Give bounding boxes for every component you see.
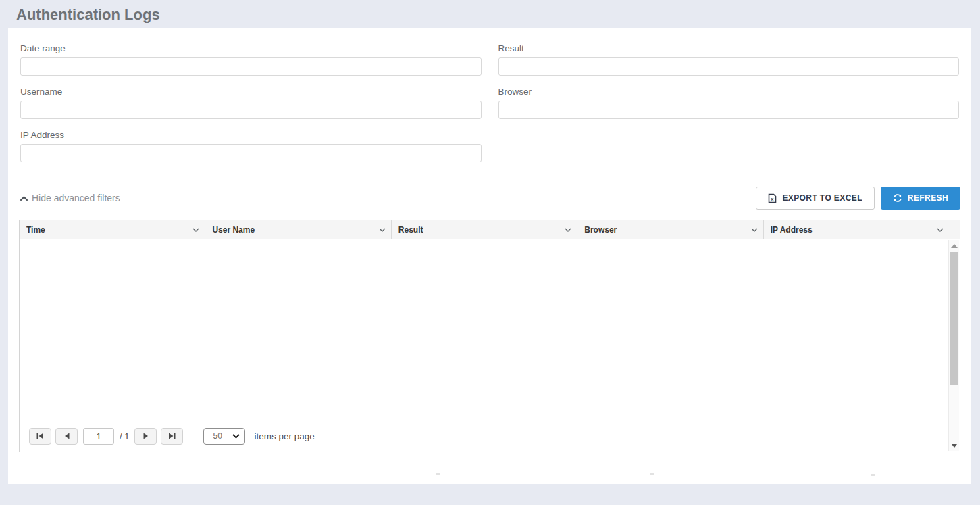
filters-right-column: Result Browser [498,43,960,173]
scroll-up-arrow-icon[interactable] [951,244,958,248]
vertical-scrollbar[interactable] [948,240,959,451]
chevron-down-icon [232,434,240,439]
refresh-button[interactable]: REFRESH [881,187,960,210]
last-page-button[interactable] [161,428,183,445]
column-header-browser-label: Browser [584,225,617,235]
chevron-down-icon[interactable] [937,228,944,232]
total-pages-label: / 1 [120,431,129,441]
faint-dash [650,473,654,475]
previous-page-button[interactable] [55,428,78,445]
date-range-input[interactable] [20,57,482,76]
browser-label: Browser [498,87,960,97]
filters-left-column: Date range Username IP Address [20,43,482,173]
hide-advanced-filters-label: Hide advanced filters [32,193,120,203]
next-page-button[interactable] [134,428,157,445]
grid-header: Time User Name Result [20,220,960,239]
export-to-excel-label: EXPORT TO EXCEL [782,193,862,203]
column-header-result-label: Result [398,225,423,235]
result-input[interactable] [498,57,960,76]
filter-result: Result [498,43,960,76]
filter-ip-address: IP Address [20,130,482,162]
grid-pager: / 1 50 items per page [20,425,960,452]
column-header-time-label: Time [26,225,45,235]
column-header-result[interactable]: Result [392,220,577,239]
page-title: Authentication Logs [0,0,980,28]
username-input[interactable] [20,101,482,119]
items-per-page-value: 50 [213,431,222,441]
last-page-icon [168,433,176,439]
chevron-down-icon[interactable] [751,228,758,232]
date-range-label: Date range [20,43,482,53]
content-card: Date range Username IP Address Result Br… [8,28,971,484]
column-header-ip-address-label: IP Address [771,225,813,235]
auth-logs-grid: Time User Name Result [19,220,960,452]
first-page-icon [36,433,44,439]
grid-wrapper: Time User Name Result [8,210,971,452]
result-label: Result [498,43,960,53]
items-per-page-select[interactable]: 50 [203,428,245,445]
filter-date-range: Date range [20,43,482,76]
chevron-down-icon[interactable] [192,228,199,232]
ip-address-input[interactable] [20,144,482,162]
scroll-down-arrow-icon[interactable] [952,444,957,448]
excel-file-icon: x [768,193,777,203]
column-header-ip-address[interactable]: IP Address [764,220,949,239]
export-to-excel-button[interactable]: x EXPORT TO EXCEL [756,187,874,210]
toolbar-row: Hide advanced filters x EXPORT TO EXCEL [8,187,971,210]
ip-address-label: IP Address [20,130,482,140]
column-header-browser[interactable]: Browser [577,220,763,239]
faint-dash [871,474,875,476]
svg-text:x: x [771,196,774,202]
next-page-icon [143,433,149,439]
username-label: Username [20,87,482,97]
filter-username: Username [20,87,482,119]
browser-input[interactable] [498,101,960,119]
previous-page-icon [64,433,70,439]
first-page-button[interactable] [29,428,51,445]
items-per-page-label: items per page [254,431,314,441]
current-page-input[interactable] [83,428,114,445]
refresh-label: REFRESH [908,193,948,203]
chevron-down-icon[interactable] [565,228,571,232]
grid-body-empty [20,239,960,425]
filter-browser: Browser [498,87,960,119]
faint-dash [436,473,440,475]
toolbar-buttons: x EXPORT TO EXCEL REFRESH [756,187,960,210]
refresh-icon [893,193,902,203]
advanced-filters-panel: Date range Username IP Address Result Br… [8,28,971,173]
chevron-down-icon[interactable] [379,228,386,232]
column-header-user-name-label: User Name [212,225,255,235]
column-header-user-name[interactable]: User Name [205,220,391,239]
column-header-time[interactable]: Time [20,220,205,239]
scrollbar-thumb[interactable] [950,252,958,385]
hide-advanced-filters-toggle[interactable]: Hide advanced filters [20,193,120,203]
chevron-up-icon [20,196,28,201]
